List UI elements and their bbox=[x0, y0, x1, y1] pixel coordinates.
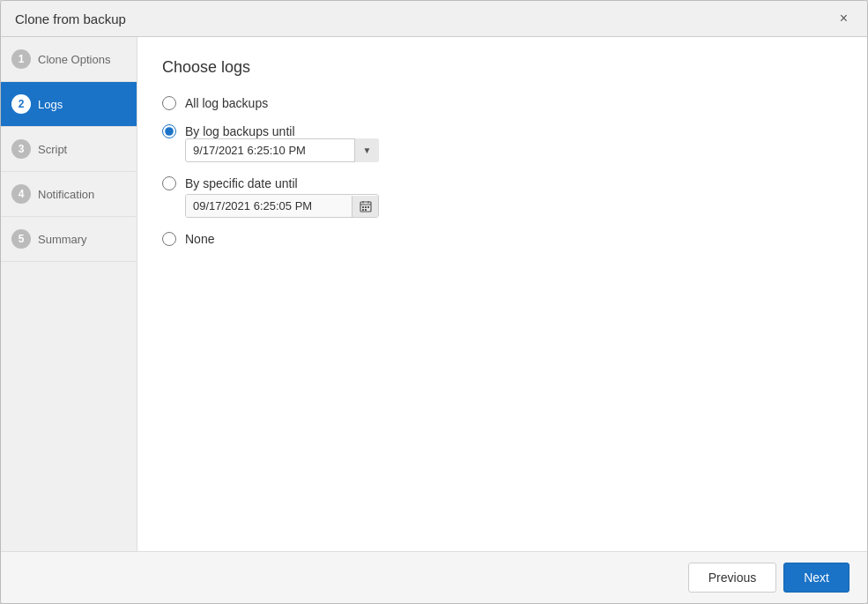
sidebar: 1 Clone Options 2 Logs 3 Script 4 Notifi… bbox=[1, 37, 137, 551]
specific-date-input[interactable] bbox=[186, 195, 352, 217]
sidebar-label-notification: Notification bbox=[38, 188, 94, 201]
sidebar-label-script: Script bbox=[38, 143, 67, 156]
dialog-footer: Previous Next bbox=[1, 551, 867, 603]
step-badge-1: 1 bbox=[11, 49, 31, 69]
step-badge-4: 4 bbox=[11, 184, 31, 204]
svg-rect-4 bbox=[362, 206, 364, 208]
clone-from-backup-dialog: Clone from backup × 1 Clone Options 2 Lo… bbox=[0, 0, 868, 604]
none-label: None bbox=[185, 232, 214, 246]
step-badge-2: 2 bbox=[11, 94, 31, 114]
sidebar-item-script[interactable]: 3 Script bbox=[1, 127, 137, 172]
by-specific-date-row: By specific date until bbox=[162, 176, 842, 190]
svg-rect-5 bbox=[365, 206, 367, 208]
all-log-backups-radio[interactable] bbox=[162, 96, 176, 110]
log-backup-select-wrapper: 9/17/2021 6:25:10 PM ▼ bbox=[185, 138, 379, 162]
by-log-backups-section: By log backups until 9/17/2021 6:25:10 P… bbox=[162, 124, 842, 162]
sidebar-label-summary: Summary bbox=[38, 233, 87, 246]
close-button[interactable]: × bbox=[835, 10, 853, 27]
by-specific-date-label: By specific date until bbox=[185, 176, 298, 190]
specific-date-input-wrapper bbox=[185, 194, 842, 218]
dialog-header: Clone from backup × bbox=[1, 1, 867, 37]
sidebar-item-clone-options[interactable]: 1 Clone Options bbox=[1, 37, 137, 82]
step-badge-5: 5 bbox=[11, 229, 31, 249]
all-log-backups-row: All log backups bbox=[162, 96, 842, 110]
all-log-backups-label: All log backups bbox=[185, 96, 268, 110]
sidebar-label-logs: Logs bbox=[38, 98, 63, 111]
log-backup-select[interactable]: 9/17/2021 6:25:10 PM bbox=[185, 138, 379, 162]
previous-button[interactable]: Previous bbox=[688, 563, 776, 593]
by-specific-date-radio[interactable] bbox=[162, 176, 176, 190]
content-title: Choose logs bbox=[162, 58, 842, 77]
log-backup-dropdown-row: 9/17/2021 6:25:10 PM ▼ bbox=[185, 138, 842, 162]
sidebar-item-logs[interactable]: 2 Logs bbox=[1, 82, 137, 127]
none-radio[interactable] bbox=[162, 232, 176, 246]
dialog-title: Clone from backup bbox=[15, 11, 126, 26]
main-content: Choose logs All log backups By log backu… bbox=[137, 37, 867, 551]
dialog-body: 1 Clone Options 2 Logs 3 Script 4 Notifi… bbox=[1, 37, 867, 551]
none-row: None bbox=[162, 232, 842, 246]
step-badge-3: 3 bbox=[11, 139, 31, 159]
calendar-button[interactable] bbox=[352, 196, 378, 217]
log-options-form: All log backups By log backups until 9/1… bbox=[162, 96, 842, 246]
by-log-backups-radio[interactable] bbox=[162, 124, 176, 138]
by-specific-date-section: By specific date until bbox=[162, 176, 842, 218]
svg-rect-7 bbox=[362, 209, 364, 211]
calendar-icon bbox=[360, 200, 372, 213]
by-log-backups-label: By log backups until bbox=[185, 124, 295, 138]
date-input-container bbox=[185, 194, 379, 218]
sidebar-label-clone-options: Clone Options bbox=[38, 53, 110, 66]
sidebar-item-notification[interactable]: 4 Notification bbox=[1, 172, 137, 217]
sidebar-item-summary[interactable]: 5 Summary bbox=[1, 217, 137, 262]
next-button[interactable]: Next bbox=[783, 563, 849, 593]
by-log-backups-row: By log backups until bbox=[162, 124, 842, 138]
svg-rect-6 bbox=[367, 206, 369, 208]
svg-rect-8 bbox=[365, 209, 367, 211]
